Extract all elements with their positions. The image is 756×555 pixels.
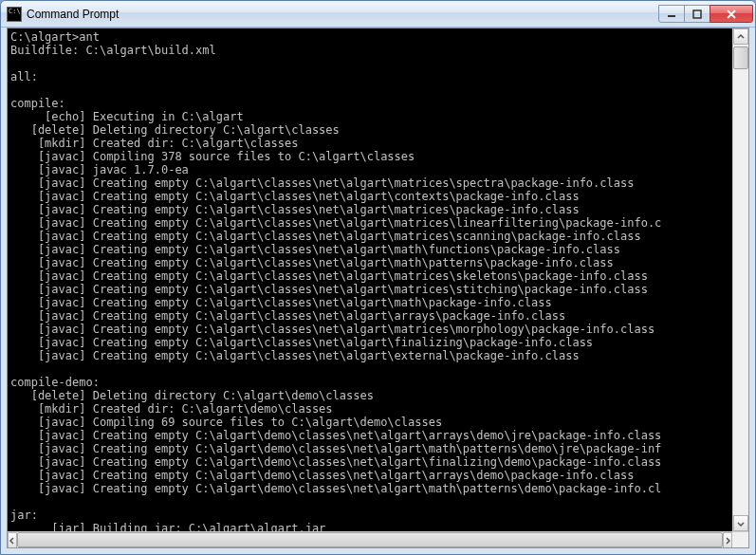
close-icon [726, 9, 737, 19]
scroll-up-button[interactable] [733, 28, 748, 45]
horizontal-scrollbar[interactable] [8, 531, 748, 547]
client-area: C:\algart>ant Buildfile: C:\algart\build… [7, 28, 749, 548]
svg-rect-0 [668, 15, 675, 17]
chevron-left-icon [9, 537, 16, 545]
maximize-button[interactable] [684, 5, 710, 23]
hscroll-track[interactable] [17, 532, 723, 547]
chevron-up-icon [737, 33, 745, 41]
titlebar[interactable]: Command Prompt [1, 1, 755, 28]
window-title: Command Prompt [27, 8, 659, 21]
hscroll-thumb[interactable] [17, 532, 723, 547]
scroll-down-button[interactable] [733, 515, 748, 531]
minimize-icon [667, 9, 676, 19]
vscroll-track[interactable] [733, 45, 748, 515]
window-controls [659, 5, 753, 23]
maximize-icon [692, 9, 702, 19]
scroll-right-button[interactable] [723, 532, 732, 548]
terminal-container: C:\algart>ant Buildfile: C:\algart\build… [8, 28, 748, 531]
chevron-right-icon [724, 537, 731, 545]
chevron-down-icon [737, 520, 745, 527]
svg-rect-1 [693, 10, 701, 18]
command-prompt-window: Command Prompt C:\algart>ant Buildfile: … [0, 0, 756, 555]
vscroll-thumb[interactable] [733, 46, 748, 69]
vertical-scrollbar[interactable] [732, 28, 748, 531]
terminal-output[interactable]: C:\algart>ant Buildfile: C:\algart\build… [8, 28, 732, 531]
scroll-left-button[interactable] [8, 532, 17, 548]
cmd-icon [7, 7, 22, 22]
close-button[interactable] [710, 5, 753, 23]
scroll-corner [732, 532, 748, 547]
minimize-button[interactable] [658, 5, 685, 23]
